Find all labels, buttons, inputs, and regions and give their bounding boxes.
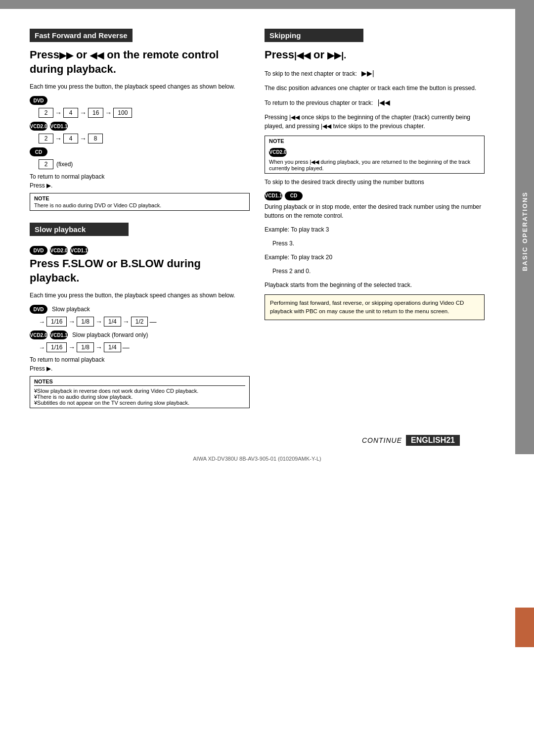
ff-sym1: ▶▶ (59, 50, 73, 60)
dvd-slow-arrow-1 (68, 318, 75, 326)
skip-next-sym: ▶▶| (361, 69, 374, 77)
vcd-slow-start-arrow (39, 344, 46, 351)
dvd-slow-speed-row: 1/16 1/8 1/4 1/2 — (39, 317, 250, 327)
dvd-speed-2: 4 (63, 108, 78, 118)
dvd-slow-arrow-2 (95, 318, 102, 326)
vcd-badge-row: VCD2.0 VCD1.1 (30, 122, 250, 131)
dvd-slow-speed-2: 1/8 (77, 317, 94, 327)
vcd11-slow-badge: VCD1.1 (50, 331, 68, 339)
dvd-slow-speed-3: 1/4 (104, 317, 121, 327)
skip-ex2-text: Example: To play track 20 (265, 254, 332, 261)
vcd20-badge: VCD2.0 (30, 122, 47, 131)
slow-vcd11-badge: VCD1.1 (70, 246, 88, 255)
skip-example1-label: Example: To play track 3 (265, 225, 485, 234)
slow-note-1: ¥Slow playback in reverse does not work … (34, 388, 245, 394)
dvd-slow-label: Slow playback (52, 306, 90, 313)
ff-sym2: ◀◀ (90, 50, 104, 60)
skip-prev-body: Pressing |◀◀ once skips to the beginning… (265, 113, 485, 131)
right-sidebar: BASIC OPERATIONS (515, 9, 534, 454)
dvd-slow-end-arrow: — (149, 318, 156, 326)
skipping-heading: Press|◀◀ or ▶▶|. (265, 48, 485, 62)
skip-heading-or: or (311, 48, 327, 61)
skip-next-body: The disc position advances one chapter o… (265, 84, 485, 93)
skip-note-vcd-badge: VCD2.0 (269, 148, 287, 157)
model-info: AIWA XD-DV380U 8B-AV3-905-01 (010209AMK-… (193, 456, 321, 462)
skip-heading-press: Press (265, 48, 294, 61)
dvd-speed-3: 16 (88, 108, 103, 118)
vcd-slow-speed-3: 1/4 (104, 342, 121, 352)
cd-fixed: (fixed) (56, 161, 73, 168)
skipping-header: Skipping (265, 29, 363, 42)
ff-body: Each time you press the button, the play… (30, 82, 250, 91)
skip-info-box: Performing fast forward, fast reverse, o… (265, 294, 485, 321)
vcd-speed-3: 8 (88, 134, 103, 143)
dvd-speed-4: 100 (113, 108, 132, 118)
skip-example1-val: Press 3. (272, 239, 485, 248)
ff-note-box: NOTE There is no audio during DVD or Vid… (30, 193, 250, 211)
cd-speed-1: 2 (39, 159, 53, 169)
main-content: Fast Forward and Reverse Press▶▶ or ◀◀ o… (0, 9, 534, 491)
vcd-slow-badge-row: VCD2.0 VCD1.1 Slow playback (forward onl… (30, 331, 250, 339)
vcd-slow-arrow-1 (68, 343, 75, 351)
vcd20-slow-badge: VCD2.0 (30, 331, 47, 339)
dvd-slow-start-arrow (39, 318, 46, 326)
vcd11-badge: VCD1.1 (50, 122, 68, 131)
dvd-slow-badge: DVD (30, 305, 47, 314)
vcd-speed-row: 2 4 8 (39, 134, 250, 143)
dvd-badge-row: DVD (30, 96, 250, 105)
skip-prev-text: To return to the previous chapter or tra… (265, 97, 485, 108)
dvd-slow-speed-1: 1/16 (46, 317, 67, 327)
slow-body: Each time you press the button, the play… (30, 291, 250, 300)
dvd-speed-row: 2 4 16 100 (39, 108, 250, 118)
skip-prev-sym: |◀◀ (378, 98, 391, 106)
slow-dvd-badge: DVD (30, 246, 47, 255)
cd-badge: CD (30, 147, 47, 156)
skip-sym1: |◀◀ (294, 50, 311, 60)
slow-notes-box: NOTES ¥Slow playback in reverse does not… (30, 376, 250, 408)
skip-next-label: To skip to the next chapter or track: (265, 70, 357, 77)
dvd-arrow-1 (55, 109, 62, 117)
english-label: ENGLISH (411, 436, 446, 444)
skip-direct-badge-row: VCD1.1 CD (265, 191, 485, 200)
dvd-slow-speed-4: 1/2 (131, 317, 148, 327)
cd-badge-row: CD (30, 147, 250, 156)
two-column-layout: Fast Forward and Reverse Press▶▶ or ◀◀ o… (30, 29, 485, 420)
vcd-speed-2: 4 (63, 134, 78, 143)
dvd-speed-1: 2 (39, 108, 53, 118)
slow-heading-text: Press F.SLOW or B.SLOW during playback. (30, 257, 201, 284)
slow-return-text: To return to normal playback (30, 356, 250, 363)
skip-next-text: To skip to the next chapter or track: ▶▶… (265, 68, 485, 79)
skipping-section: Skipping Press|◀◀ or ▶▶|. To skip to the… (265, 29, 485, 320)
skip-example2-val: Press 2 and 0. (272, 267, 485, 276)
slow-press-play: Press ▶. (30, 365, 250, 372)
skip-cd-badge: CD (285, 191, 303, 200)
continue-row: CONTINUE ENGLISH21 (30, 435, 485, 446)
skip-info-text: Performing fast forward, fast reverse, o… (270, 299, 479, 316)
skip-note-box: NOTE VCD2.0 When you press |◀◀ during pl… (265, 136, 485, 174)
dvd-arrow-3 (105, 109, 112, 117)
dvd-badge: DVD (30, 96, 47, 105)
continue-label: CONTINUE (362, 436, 402, 444)
top-bar (0, 0, 534, 9)
vcd-slow-speed-1: 1/16 (46, 342, 67, 352)
skip-ex1-text: Example: To play track 3 (265, 226, 329, 233)
cd-speed-row: 2 (fixed) (39, 159, 250, 169)
slow-playback-header: Slow playback (30, 223, 129, 236)
vcd-speed-1: 2 (39, 134, 53, 143)
skip-example2-label: Example: To play track 20 (265, 253, 485, 262)
fast-forward-heading: Press▶▶ or ◀◀ on the remote control duri… (30, 48, 250, 76)
vcd-slow-arrow-2 (95, 343, 102, 351)
skip-prev-label: To return to the previous chapter or tra… (265, 99, 373, 106)
slow-note-2: ¥There is no audio during slow playback. (34, 394, 245, 400)
vcd-slow-label: Slow playback (forward only) (72, 331, 148, 338)
slow-vcd20-badge: VCD2.0 (50, 246, 68, 255)
ff-note-label: NOTE (34, 195, 245, 201)
slow-heading: Press F.SLOW or B.SLOW during playback. (30, 257, 250, 285)
sidebar-label: BASIC OPERATIONS (521, 191, 529, 271)
dvd-slow-arrow-3 (123, 318, 130, 326)
skip-note-body: When you press |◀◀ during playback, you … (269, 159, 480, 171)
slow-notes-label: NOTES (34, 378, 245, 386)
right-column: Skipping Press|◀◀ or ▶▶|. To skip to the… (265, 29, 485, 420)
skip-note-label: NOTE (269, 138, 480, 144)
dvd-slow-badge-row: DVD Slow playback (30, 305, 250, 314)
